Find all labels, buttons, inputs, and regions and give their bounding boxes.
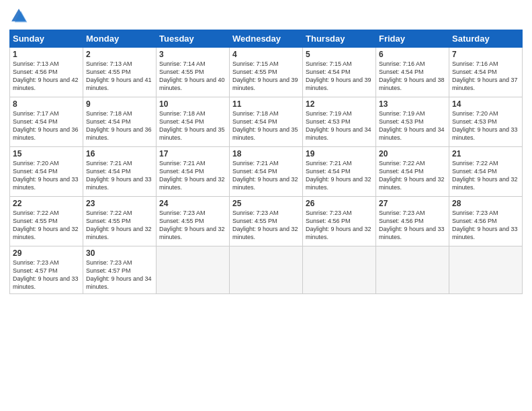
day-cell: 17Sunrise: 7:21 AMSunset: 4:54 PMDayligh… xyxy=(157,147,230,197)
day-number: 15 xyxy=(13,149,80,158)
day-info: Sunrise: 7:20 AMSunset: 4:53 PMDaylight:… xyxy=(452,109,519,142)
day-cell: 7Sunrise: 7:16 AMSunset: 4:54 PMDaylight… xyxy=(449,48,523,97)
col-header-friday: Friday xyxy=(376,30,449,48)
day-info: Sunrise: 7:19 AMSunset: 4:53 PMDaylight:… xyxy=(379,109,446,142)
day-cell: 4Sunrise: 7:15 AMSunset: 4:55 PMDaylight… xyxy=(230,48,303,97)
day-info: Sunrise: 7:23 AMSunset: 4:57 PMDaylight:… xyxy=(86,259,153,291)
page: SundayMondayTuesdayWednesdayThursdayFrid… xyxy=(0,0,532,411)
day-number: 13 xyxy=(379,99,446,109)
day-cell: 6Sunrise: 7:16 AMSunset: 4:54 PMDaylight… xyxy=(376,48,449,97)
day-info: Sunrise: 7:23 AMSunset: 4:55 PMDaylight:… xyxy=(232,209,300,242)
day-info: Sunrise: 7:16 AMSunset: 4:54 PMDaylight:… xyxy=(452,60,519,93)
day-number: 3 xyxy=(159,50,226,59)
week-row-1: 1Sunrise: 7:13 AMSunset: 4:56 PMDaylight… xyxy=(10,48,523,97)
day-number: 29 xyxy=(13,248,80,258)
day-cell: 16Sunrise: 7:21 AMSunset: 4:54 PMDayligh… xyxy=(83,147,157,197)
day-info: Sunrise: 7:22 AMSunset: 4:55 PMDaylight:… xyxy=(13,209,80,242)
day-cell: 29Sunrise: 7:23 AMSunset: 4:57 PMDayligh… xyxy=(10,246,83,294)
day-cell: 19Sunrise: 7:21 AMSunset: 4:54 PMDayligh… xyxy=(303,147,376,197)
day-number: 21 xyxy=(452,149,519,158)
day-number: 26 xyxy=(306,199,373,208)
day-number: 4 xyxy=(232,50,300,59)
day-info: Sunrise: 7:14 AMSunset: 4:55 PMDaylight:… xyxy=(159,60,226,93)
day-info: Sunrise: 7:23 AMSunset: 4:56 PMDaylight:… xyxy=(452,209,519,242)
calendar-table: SundayMondayTuesdayWednesdayThursdayFrid… xyxy=(9,30,523,294)
day-info: Sunrise: 7:22 AMSunset: 4:54 PMDaylight:… xyxy=(379,159,446,192)
day-info: Sunrise: 7:23 AMSunset: 4:56 PMDaylight:… xyxy=(306,209,373,242)
col-header-saturday: Saturday xyxy=(449,30,523,48)
week-row-4: 22Sunrise: 7:22 AMSunset: 4:55 PMDayligh… xyxy=(10,197,523,246)
day-number: 23 xyxy=(86,199,153,208)
day-cell: 14Sunrise: 7:20 AMSunset: 4:53 PMDayligh… xyxy=(449,97,523,147)
day-number: 18 xyxy=(232,149,300,158)
day-number: 2 xyxy=(86,50,153,59)
day-cell: 28Sunrise: 7:23 AMSunset: 4:56 PMDayligh… xyxy=(449,197,523,246)
day-number: 1 xyxy=(13,50,80,59)
day-info: Sunrise: 7:16 AMSunset: 4:54 PMDaylight:… xyxy=(379,60,446,93)
day-cell: 23Sunrise: 7:22 AMSunset: 4:55 PMDayligh… xyxy=(83,197,157,246)
day-info: Sunrise: 7:20 AMSunset: 4:54 PMDaylight:… xyxy=(13,159,80,192)
day-cell xyxy=(303,246,376,294)
day-info: Sunrise: 7:22 AMSunset: 4:54 PMDaylight:… xyxy=(452,159,519,192)
day-number: 25 xyxy=(232,199,300,208)
day-cell: 30Sunrise: 7:23 AMSunset: 4:57 PMDayligh… xyxy=(83,246,157,294)
col-header-sunday: Sunday xyxy=(10,30,83,48)
day-cell: 3Sunrise: 7:14 AMSunset: 4:55 PMDaylight… xyxy=(157,48,230,97)
day-cell: 26Sunrise: 7:23 AMSunset: 4:56 PMDayligh… xyxy=(303,197,376,246)
day-cell: 15Sunrise: 7:20 AMSunset: 4:54 PMDayligh… xyxy=(10,147,83,197)
day-info: Sunrise: 7:21 AMSunset: 4:54 PMDaylight:… xyxy=(306,159,373,192)
day-info: Sunrise: 7:13 AMSunset: 4:56 PMDaylight:… xyxy=(13,60,80,93)
col-header-wednesday: Wednesday xyxy=(230,30,303,48)
day-number: 14 xyxy=(452,99,519,109)
day-info: Sunrise: 7:23 AMSunset: 4:55 PMDaylight:… xyxy=(159,209,226,242)
day-cell: 20Sunrise: 7:22 AMSunset: 4:54 PMDayligh… xyxy=(376,147,449,197)
day-number: 9 xyxy=(86,99,153,109)
week-row-2: 8Sunrise: 7:17 AMSunset: 4:54 PMDaylight… xyxy=(10,97,523,147)
day-cell: 1Sunrise: 7:13 AMSunset: 4:56 PMDaylight… xyxy=(10,48,83,97)
day-info: Sunrise: 7:21 AMSunset: 4:54 PMDaylight:… xyxy=(232,159,300,192)
day-number: 22 xyxy=(13,199,80,208)
day-number: 16 xyxy=(86,149,153,158)
day-cell: 27Sunrise: 7:23 AMSunset: 4:56 PMDayligh… xyxy=(376,197,449,246)
day-cell xyxy=(230,246,303,294)
header xyxy=(9,7,523,26)
day-cell: 13Sunrise: 7:19 AMSunset: 4:53 PMDayligh… xyxy=(376,97,449,147)
day-number: 10 xyxy=(159,99,226,109)
day-info: Sunrise: 7:23 AMSunset: 4:57 PMDaylight:… xyxy=(13,259,80,291)
day-number: 12 xyxy=(306,99,373,109)
day-number: 27 xyxy=(379,199,446,208)
day-cell: 8Sunrise: 7:17 AMSunset: 4:54 PMDaylight… xyxy=(10,97,83,147)
day-info: Sunrise: 7:19 AMSunset: 4:53 PMDaylight:… xyxy=(306,109,373,142)
day-info: Sunrise: 7:17 AMSunset: 4:54 PMDaylight:… xyxy=(13,109,80,142)
day-info: Sunrise: 7:18 AMSunset: 4:54 PMDaylight:… xyxy=(86,109,153,142)
day-number: 11 xyxy=(232,99,300,109)
day-cell: 21Sunrise: 7:22 AMSunset: 4:54 PMDayligh… xyxy=(449,147,523,197)
day-number: 6 xyxy=(379,50,446,59)
day-cell: 12Sunrise: 7:19 AMSunset: 4:53 PMDayligh… xyxy=(303,97,376,147)
day-info: Sunrise: 7:21 AMSunset: 4:54 PMDaylight:… xyxy=(159,159,226,192)
day-info: Sunrise: 7:13 AMSunset: 4:55 PMDaylight:… xyxy=(86,60,153,93)
day-number: 8 xyxy=(13,99,80,109)
day-number: 30 xyxy=(86,248,153,258)
day-number: 28 xyxy=(452,199,519,208)
col-header-tuesday: Tuesday xyxy=(157,30,230,48)
day-info: Sunrise: 7:23 AMSunset: 4:56 PMDaylight:… xyxy=(379,209,446,242)
day-number: 24 xyxy=(159,199,226,208)
week-row-5: 29Sunrise: 7:23 AMSunset: 4:57 PMDayligh… xyxy=(10,246,523,294)
week-row-3: 15Sunrise: 7:20 AMSunset: 4:54 PMDayligh… xyxy=(10,147,523,197)
day-cell: 9Sunrise: 7:18 AMSunset: 4:54 PMDaylight… xyxy=(83,97,157,147)
day-cell: 5Sunrise: 7:15 AMSunset: 4:54 PMDaylight… xyxy=(303,48,376,97)
col-header-monday: Monday xyxy=(83,30,157,48)
day-cell xyxy=(449,246,523,294)
col-header-thursday: Thursday xyxy=(303,30,376,48)
day-cell: 11Sunrise: 7:18 AMSunset: 4:54 PMDayligh… xyxy=(230,97,303,147)
day-info: Sunrise: 7:21 AMSunset: 4:54 PMDaylight:… xyxy=(86,159,153,192)
day-number: 19 xyxy=(306,149,373,158)
logo-icon xyxy=(9,7,28,26)
day-info: Sunrise: 7:15 AMSunset: 4:54 PMDaylight:… xyxy=(306,60,373,93)
day-number: 7 xyxy=(452,50,519,59)
day-cell: 18Sunrise: 7:21 AMSunset: 4:54 PMDayligh… xyxy=(230,147,303,197)
day-info: Sunrise: 7:15 AMSunset: 4:55 PMDaylight:… xyxy=(232,60,300,93)
day-cell: 25Sunrise: 7:23 AMSunset: 4:55 PMDayligh… xyxy=(230,197,303,246)
day-info: Sunrise: 7:18 AMSunset: 4:54 PMDaylight:… xyxy=(232,109,300,142)
